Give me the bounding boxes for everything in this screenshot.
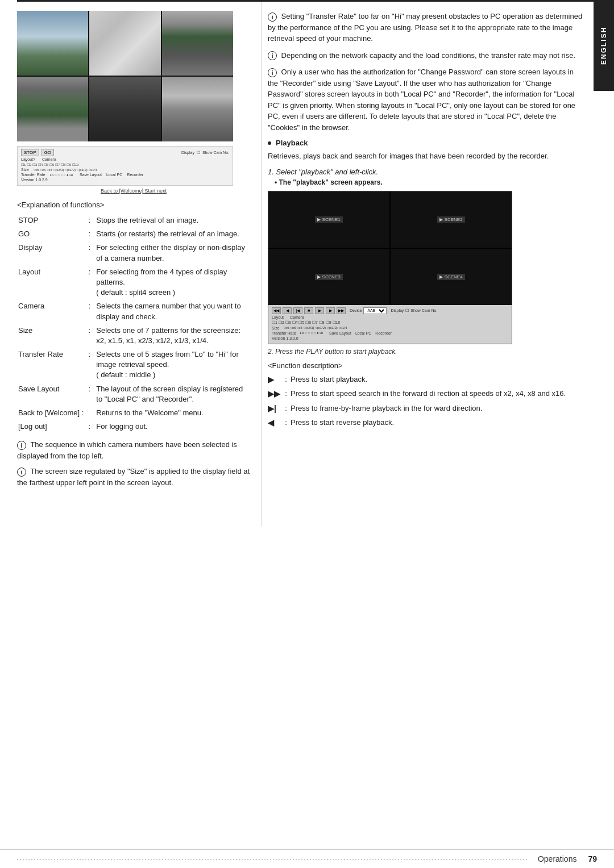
pb-btn-rew[interactable]: ◀◀ <box>272 307 281 314</box>
pf-rev-text: Press to start reverse playback. <box>291 418 586 428</box>
pb-save-layout-label: Save Layout <box>329 331 351 335</box>
back-link[interactable]: Back to [Welcome] Start next <box>17 188 250 194</box>
pb-cell-2: ▶ SCENE2 <box>391 191 512 248</box>
pb-label-3: ▶ SCENE3 <box>315 274 342 280</box>
pb-recorder[interactable]: Recorder <box>375 331 392 335</box>
func-name-display: Display <box>17 241 85 265</box>
playback-screen: ▶ SCENE1 ▶ SCENE2 ▶ SCENE3 ▶ SCENE4 ◀◀ ◀… <box>268 191 512 344</box>
func-name-logout: [Log out] <box>17 420 85 433</box>
cam-cell-2 <box>89 11 160 76</box>
pb-btn-stop[interactable]: ■ <box>304 307 313 314</box>
step2-text: 2. Press the PLAY button to start playba… <box>268 348 586 356</box>
camera-grid-image <box>17 11 233 141</box>
func-size: Size : Selects one of 7 patterns for the… <box>17 324 250 348</box>
pb-device-select[interactable]: AAB <box>363 307 387 314</box>
show-cam-checkbox: ☐ <box>197 151 200 155</box>
pb-camera-nums: ☐1 ☐2 ☐3 ☐4 ☐5 ☐6 ☐7 ☐8 ☐9 ☐10 <box>272 320 340 325</box>
pb-display-label: Display <box>391 308 404 312</box>
pf-play-text: Press to start playback. <box>291 374 586 385</box>
func-sep-transfer: : <box>85 348 94 382</box>
func-sep-display: : <box>85 241 94 265</box>
note-1: i The sequence in which camera numbers h… <box>17 439 250 461</box>
func-display: Display : For selecting either the displ… <box>17 241 250 265</box>
pb-btn-fwd[interactable]: ▶ <box>326 307 335 314</box>
func-desc-display: For selecting either the display or non-… <box>94 241 250 265</box>
pb-local-pc[interactable]: Local PC <box>355 331 371 335</box>
func-name-stop: STOP <box>17 214 85 227</box>
cam-cell-3 <box>162 11 233 76</box>
pb-size-opts: ○x6 ○x5 ○x4 ○(x2/3) ○(x1/2) ○(x1/3) ○x1/… <box>284 326 347 329</box>
ff-icon: ▶▶ <box>268 389 281 400</box>
frame-icon: ▶| <box>268 403 281 415</box>
right-note-icon-3: i <box>268 68 277 77</box>
func-sep-size: : <box>85 324 94 348</box>
func-go: GO : Starts (or restarts) the retrieval … <box>17 227 250 241</box>
func-name-transfer: Transfer Rate <box>17 348 85 382</box>
func-save-layout: Save Layout : The layout of the screen d… <box>17 382 250 406</box>
func-name-camera: Camera <box>17 299 85 323</box>
note-icon-2: i <box>17 468 26 477</box>
note-2: i The screen size regulated by "Size" is… <box>17 466 250 488</box>
pb-label-1: ▶ SCENE1 <box>315 216 342 223</box>
recorder-btn[interactable]: Recorder <box>127 173 143 177</box>
pb-label-4: ▶ SCENE4 <box>437 274 464 280</box>
bottom-bar: Operations 79 <box>0 849 614 868</box>
function-table: STOP : Stops the retrieval of an image. … <box>17 214 250 433</box>
pb-size-label: Size <box>272 326 280 330</box>
func-sep-camera: : <box>85 299 94 323</box>
pf-ff-text: Press to start speed search in the forwa… <box>291 389 586 399</box>
version-label: Version 1.0.2.9 <box>21 178 48 182</box>
func-camera: Camera : Selects the camera number that … <box>17 299 250 323</box>
func-name-size: Size <box>17 324 85 348</box>
pb-btn-play[interactable]: ▶ <box>315 307 324 314</box>
playback-description: Retrieves, plays back and search for ima… <box>268 151 586 162</box>
show-cam-label: Show Cam No. <box>202 151 229 155</box>
note-icon-1: i <box>17 441 26 450</box>
func-back: Back to [Welcome] : Returns to the "Welc… <box>17 406 250 420</box>
pb-btn-step-rev[interactable]: |◀ <box>293 307 302 314</box>
pf-rev: ◀ : Press to start reverse playback. <box>268 418 586 429</box>
func-transfer-rate: Transfer Rate : Selects one of 5 stages … <box>17 348 250 382</box>
func-sep-stop: : <box>85 214 94 227</box>
func-desc-size: Selects one of 7 patterns for the screen… <box>94 324 250 348</box>
func-sep-layout: : <box>85 265 94 300</box>
pb-layout-label: Layout <box>272 315 284 319</box>
step1-text: 1. Select "playback" and left-click. <box>268 168 586 176</box>
transfer-options: Lo ○ ○ ○ ○ ● Hi <box>50 173 73 177</box>
cam-cell-1 <box>17 11 88 76</box>
right-note-1: i Setting "Transfer Rate" too far on "Hi… <box>268 11 586 44</box>
pb-device-label: Device <box>350 308 362 312</box>
bottom-dots <box>17 859 529 859</box>
control-panel: STOP GO Display ☐ Show Cam No. Layout? C… <box>17 146 233 186</box>
stop-button[interactable]: STOP <box>21 149 39 156</box>
func-name-back: Back to [Welcome] : <box>17 406 85 420</box>
func-layout: Layout : For selecting from the 4 types … <box>17 265 250 300</box>
pb-video-area: ▶ SCENE1 ▶ SCENE2 ▶ SCENE3 ▶ SCENE4 <box>268 191 512 305</box>
explanation-header: <Explanation of functions> <box>17 201 250 209</box>
pb-transfer-opts: Lo ○ ○ ○ ○ ● Hi <box>300 331 323 335</box>
func-name-layout: Layout <box>17 265 85 300</box>
pf-ff: ▶▶ : Press to start speed search in the … <box>268 389 586 400</box>
pb-cell-1: ▶ SCENE1 <box>268 191 389 248</box>
pb-btn-rev[interactable]: ◀ <box>283 307 292 314</box>
layout-label: Layout? <box>21 157 35 161</box>
local-pc-btn[interactable]: Local PC <box>106 173 122 177</box>
pf-frame-text: Press to frame-by-frame playback in the … <box>291 403 586 414</box>
pf-play: ▶ : Press to start playback. <box>268 374 586 386</box>
func-logout: [Log out] : For logging out. <box>17 420 250 433</box>
func-stop: STOP : Stops the retrieval of an image. <box>17 214 250 227</box>
go-button[interactable]: GO <box>42 149 54 156</box>
pb-btn-ff[interactable]: ▶▶ <box>337 307 346 314</box>
playback-funcs: ▶ : Press to start playback. ▶▶ : Press … <box>268 374 586 429</box>
pb-camera-label: Camera <box>290 315 304 319</box>
size-label: Size <box>21 168 29 172</box>
func-desc-save: The layout of the screen display is regi… <box>94 382 250 406</box>
func-desc-back: Returns to the "Welcome" menu. <box>94 406 250 420</box>
display-label: Display <box>181 151 194 155</box>
pb-cell-4: ▶ SCENE4 <box>391 249 512 305</box>
pb-transfer-label: Transfer Rate <box>272 331 296 335</box>
bottom-ops-label: Operations <box>538 854 576 863</box>
func-desc-stop: Stops the retrieval of an image. <box>94 214 250 227</box>
playback-header: Playback <box>268 139 586 147</box>
english-label: ENGLISH <box>600 26 608 64</box>
